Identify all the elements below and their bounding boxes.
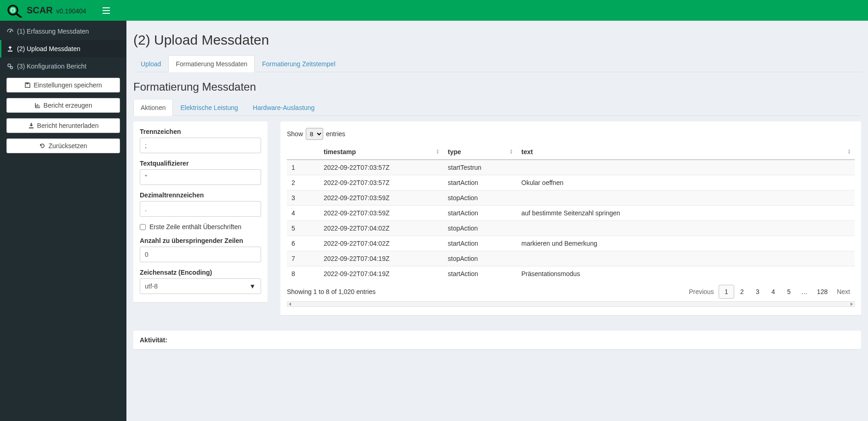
col-timestamp[interactable]: timestamp▲▼: [319, 144, 443, 160]
page-title: (2) Upload Messdaten: [133, 32, 861, 48]
table-row: 82022-09-22T07:04:19ZstartActionPräsenta…: [287, 266, 855, 282]
download-report-button[interactable]: Bericht herunterladen: [6, 118, 120, 133]
skip-label: Anzahl zu überspringender Zeilen: [140, 237, 261, 244]
datatable-info: Showing 1 to 8 of 1,020 entries: [287, 288, 376, 295]
subtab-hardware-auslastung[interactable]: Hardware-Auslastung: [246, 99, 322, 116]
subtab-elektrische-leistung[interactable]: Elektrische Leistung: [173, 99, 245, 116]
activity-box: Aktivität:: [133, 331, 861, 349]
brand-version: v0.190404: [56, 7, 86, 15]
table-row: 72022-09-22T07:04:19ZstopAction: [287, 251, 855, 266]
svg-rect-8: [26, 83, 29, 84]
table-row: 52022-09-22T07:04:02ZstopAction: [287, 221, 855, 236]
sidebar-toggle-button[interactable]: [96, 0, 116, 21]
sidebar-item-label: (3) Konfiguration Bericht: [17, 63, 86, 70]
chart-icon: [34, 102, 41, 109]
main-content: (2) Upload Messdaten Upload Formatierung…: [126, 21, 868, 421]
section-title: Formatierung Messdaten: [133, 81, 861, 93]
skip-input[interactable]: [140, 247, 261, 262]
header-checkbox-label: Erste Zeile enthält Überschriften: [149, 223, 241, 231]
logo-icon: #: [6, 4, 26, 17]
reset-button[interactable]: Zurücksetzen: [6, 138, 120, 153]
tab-formatierung-zeitstempel[interactable]: Formatierung Zeitstempel: [255, 55, 343, 72]
tab-upload[interactable]: Upload: [133, 55, 168, 72]
sub-tabs: Aktionen Elektrische Leistung Hardware-A…: [133, 99, 861, 116]
table-row: 32022-09-22T07:03:59ZstopAction: [287, 190, 855, 206]
header-checkbox[interactable]: [140, 224, 146, 230]
logo: # SCAR v0.190404: [0, 0, 96, 21]
sidebar-item-erfassung[interactable]: (1) Erfassung Messdaten: [0, 23, 126, 40]
tab-formatierung-messdaten[interactable]: Formatierung Messdaten: [168, 55, 255, 72]
horizontal-scrollbar[interactable]: [287, 301, 855, 307]
page-number[interactable]: 3: [750, 285, 765, 299]
dashboard-icon: [7, 28, 13, 35]
activity-label: Aktivität:: [140, 336, 167, 344]
app-header: # SCAR v0.190404: [0, 0, 868, 21]
pagination: Previous 12345…128 Next: [684, 285, 855, 299]
datatable-length: Show 8 entries: [287, 128, 855, 140]
data-table: timestamp▲▼ type▲▼ text▲▼ 12022-09-22T07…: [287, 144, 855, 281]
sidebar-item-label: (1) Erfassung Messdaten: [17, 28, 89, 35]
sidebar-item-upload[interactable]: (2) Upload Messdaten: [0, 40, 126, 58]
svg-text:#: #: [12, 8, 14, 12]
save-settings-button[interactable]: Einstellungen speichern: [6, 78, 120, 92]
page-previous[interactable]: Previous: [684, 285, 718, 299]
page-length-select[interactable]: 8: [306, 128, 323, 140]
page-number[interactable]: 128: [812, 285, 832, 299]
table-row: 42022-09-22T07:03:59ZstartActionauf best…: [287, 206, 855, 221]
sort-icon: ▲▼: [436, 149, 440, 155]
qualifier-label: Textqualifizierer: [140, 160, 261, 167]
encoding-label: Zeichensatz (Encoding): [140, 269, 261, 276]
navbar: [96, 0, 868, 21]
gears-icon: [7, 63, 13, 69]
col-text[interactable]: text▲▼: [517, 144, 855, 160]
table-row: 12022-09-22T07:03:57ZstartTestrun: [287, 160, 855, 175]
page-next[interactable]: Next: [832, 285, 855, 299]
svg-line-5: [10, 30, 11, 32]
col-index[interactable]: [287, 144, 319, 160]
encoding-select[interactable]: [140, 278, 261, 294]
svg-point-7: [11, 67, 13, 69]
page-number[interactable]: 4: [765, 285, 781, 299]
upload-icon: [7, 46, 13, 52]
top-tabs: Upload Formatierung Messdaten Formatieru…: [133, 55, 861, 72]
page-number[interactable]: 5: [781, 285, 797, 299]
svg-point-6: [8, 64, 11, 67]
col-type[interactable]: type▲▼: [443, 144, 517, 160]
sidebar-item-label: (2) Upload Messdaten: [17, 45, 80, 52]
download-icon: [28, 122, 34, 129]
refresh-icon: [39, 143, 46, 149]
brand-name: SCAR: [27, 5, 53, 15]
hamburger-icon: [103, 7, 110, 14]
sort-icon: ▲▼: [847, 149, 851, 155]
generate-report-button[interactable]: Bericht erzeugen: [6, 98, 120, 113]
decimal-label: Dezimaltrennzeichen: [140, 191, 261, 199]
table-row: 62022-09-22T07:04:02ZstartActionmarkiere…: [287, 236, 855, 251]
sidebar: (1) Erfassung Messdaten (2) Upload Messd…: [0, 21, 126, 421]
delimiter-label: Trennzeichen: [140, 128, 261, 135]
format-form-box: Trennzeichen Textqualifizierer Dezimaltr…: [133, 121, 268, 302]
subtab-aktionen[interactable]: Aktionen: [133, 99, 173, 116]
data-table-box: Show 8 entries timestamp▲▼: [280, 121, 861, 315]
decimal-input[interactable]: [140, 201, 261, 217]
svg-line-3: [17, 14, 21, 17]
delimiter-input[interactable]: [140, 138, 261, 153]
save-icon: [24, 82, 31, 88]
qualifier-input[interactable]: [140, 169, 261, 185]
page-number: …: [797, 285, 812, 299]
page-number[interactable]: 2: [734, 285, 750, 299]
sort-icon: ▲▼: [509, 149, 513, 155]
table-row: 22022-09-22T07:03:57ZstartActionOkular o…: [287, 175, 855, 190]
sidebar-item-konfiguration[interactable]: (3) Konfiguration Bericht: [0, 58, 126, 75]
page-number[interactable]: 1: [719, 285, 734, 299]
